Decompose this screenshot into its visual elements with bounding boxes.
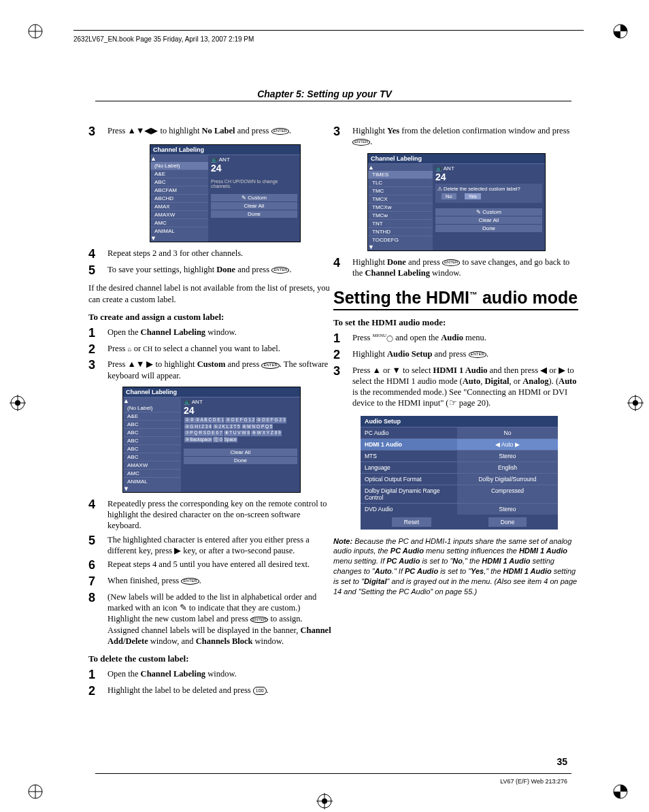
up-arrow-icon: ▲ xyxy=(123,397,129,404)
create-step-5: 5The highlighted character is entered af… xyxy=(88,534,333,557)
menu-item[interactable]: TMCXw xyxy=(368,203,433,211)
audio-setup-menu: Audio Setup PC AudioNoHDMI 1 Audio◀ Auto… xyxy=(361,416,558,530)
hdmi-step-2: 2Highlight Audio Setup and press ENTER. xyxy=(333,348,578,362)
paragraph: If the desired channel label is not avai… xyxy=(88,282,333,305)
subheading: To set the HDMI audio mode: xyxy=(333,317,578,328)
menu-item[interactable]: ABC xyxy=(123,444,181,453)
regmark-mr xyxy=(627,395,644,411)
create-step-1: 1Open the Channel Labeling window. xyxy=(88,327,333,340)
menu-list: ▲ (No Label)A&EABCABCFAMABCHDAMAXAMAXWAM… xyxy=(150,155,208,242)
menu-button[interactable]: ✎ Custom xyxy=(435,208,542,216)
create-step-6: 6Repeat steps 4 and 5 until you have ent… xyxy=(88,559,333,572)
menu-button-icon: MENU xyxy=(373,333,387,338)
menu-item[interactable]: A&E xyxy=(123,412,181,420)
svg-point-11 xyxy=(633,400,638,406)
menu-item[interactable]: ANIMAL xyxy=(123,477,181,485)
menu-item[interactable]: AMC xyxy=(150,218,208,227)
dash-button-icon: 100 xyxy=(253,687,267,694)
audio-button[interactable]: Reset xyxy=(392,517,431,527)
menu-button[interactable]: Clear All xyxy=(211,202,297,210)
menu-item[interactable]: TMCX xyxy=(368,195,433,203)
right-step-3: 3Highlight Yes from the deletion confirm… xyxy=(333,125,578,148)
audio-button[interactable]: Done xyxy=(488,517,527,527)
down-arrow-icon: ▼ xyxy=(150,235,156,242)
menu-item[interactable]: (No Label) xyxy=(123,404,181,412)
menu-item[interactable]: ABCFAM xyxy=(150,186,208,194)
menu-item[interactable]: AMAXW xyxy=(150,210,208,218)
menu-channel-labeling-2: Channel Labeling ▲ (No Label)A&EABCABCAB… xyxy=(122,387,301,493)
ch-icon: CH xyxy=(143,344,152,353)
menu-button[interactable]: Done xyxy=(435,225,542,232)
svg-point-19 xyxy=(322,798,327,804)
section-heading: Setting the HDMI™ audio mode xyxy=(333,288,578,308)
menu-item[interactable]: A&E xyxy=(150,169,208,178)
antenna-icon: 📺 xyxy=(184,399,190,405)
menu-item[interactable]: TLC xyxy=(368,178,433,186)
menu-button[interactable]: Clear All xyxy=(184,449,297,456)
menu-item[interactable]: ABC xyxy=(123,428,181,436)
menu-item[interactable]: TOCDEFG xyxy=(368,236,433,244)
hdmi-step-1: 1Press MENU◯ and open the Audio menu. xyxy=(333,332,578,346)
create-step-3: 3Press ▲▼ ▶ to highlight Custom and pres… xyxy=(88,359,333,381)
menu-item[interactable]: TMCw xyxy=(368,211,433,219)
audio-row[interactable]: Optical Output FormatDolby Digital/Surro… xyxy=(361,473,558,485)
create-step-2: 2Press ⌂ or CH to select a channel you w… xyxy=(88,343,333,357)
step-5: 5To save your settings, highlight Done a… xyxy=(88,264,333,278)
menu-item[interactable]: AMC xyxy=(123,469,181,477)
enter-icon: ENTER xyxy=(250,617,268,623)
page-number: 35 xyxy=(556,756,567,767)
menu-button[interactable]: Done xyxy=(184,457,297,464)
down-arrow-icon: ▼ xyxy=(123,485,129,492)
menu-item[interactable]: AMAXW xyxy=(123,461,181,469)
enter-icon: ENTER xyxy=(271,128,289,135)
menu-channel-labeling-3: Channel Labeling ▲ TIMESTLCTMCTMCXTMCXwT… xyxy=(367,153,546,251)
menu-item[interactable]: (No Label) xyxy=(150,162,208,169)
step-3: 3 Press ▲▼◀▶ to highlight No Label and p… xyxy=(88,125,333,139)
menu-button[interactable]: Done xyxy=(211,210,297,218)
menu-item[interactable]: TIMES xyxy=(368,171,433,178)
step-4: 4Repeat steps 2 and 3 for other channels… xyxy=(88,248,333,261)
menu-item[interactable]: AMAX xyxy=(150,202,208,210)
section-rule xyxy=(333,309,578,310)
no-button[interactable]: No xyxy=(442,193,456,199)
footer-rule xyxy=(95,773,571,774)
menu-item[interactable]: TNTHD xyxy=(368,227,433,236)
right-step-4: 4Highlight Done and press ENTER to save … xyxy=(333,257,578,279)
menu-item[interactable]: ABC xyxy=(123,453,181,461)
audio-row[interactable]: MTSStereo xyxy=(361,450,558,461)
menu-button[interactable]: Clear All xyxy=(435,216,542,224)
delete-step-2: 2Highlight the label to be deleted and p… xyxy=(88,685,333,698)
enter-icon: ENTER xyxy=(469,351,486,358)
footer-text: LV67 (E/F) Web 213:276 xyxy=(500,778,567,785)
audio-row[interactable]: Dolby Digital Dynamic Range ControlCompr… xyxy=(361,485,558,503)
menu-item[interactable]: TNT xyxy=(368,219,433,227)
menu-item[interactable]: ABCHD xyxy=(150,194,208,202)
yes-button[interactable]: Yes xyxy=(465,193,481,199)
pencil-icon: ✎ xyxy=(180,603,187,613)
audio-row[interactable]: DVD AudioStereo xyxy=(361,503,558,515)
menu-item[interactable]: ABC xyxy=(123,420,181,428)
confirm-dialog: ⚠ Delete the selected custom label? NoYe… xyxy=(435,184,542,203)
audio-row[interactable]: LanguageEnglish xyxy=(361,461,558,473)
note: Note: Because the PC and HDMI-1 inputs s… xyxy=(333,536,578,597)
enter-icon: ENTER xyxy=(271,267,289,274)
menu-item[interactable]: ABC xyxy=(123,436,181,444)
chapter-rule xyxy=(95,101,571,101)
create-step-8: 8(New labels will be added to the list i… xyxy=(88,591,333,647)
menu-button[interactable]: ✎ Custom xyxy=(211,194,297,201)
menu-item[interactable]: ABC xyxy=(150,178,208,186)
up-arrow-icon: ▲ xyxy=(368,164,374,171)
step-num: 3 xyxy=(88,125,107,139)
left-column: 3 Press ▲▼◀▶ to highlight No Label and p… xyxy=(88,123,333,701)
audio-row[interactable]: PC AudioNo xyxy=(361,427,558,438)
menu-item[interactable]: TMC xyxy=(368,186,433,195)
regmark-bm xyxy=(316,793,333,809)
regmark-bl xyxy=(27,783,44,800)
menu-item[interactable]: ANIMAL xyxy=(150,227,208,235)
right-column: 3Highlight Yes from the deletion confirm… xyxy=(333,123,578,597)
audio-row[interactable]: HDMI 1 Audio◀ Auto ▶ xyxy=(361,438,558,450)
up-arrow-icon: ▲ xyxy=(150,155,156,162)
regmark-tr xyxy=(612,23,629,39)
step-body: Press ▲▼◀▶ to highlight No Label and pre… xyxy=(107,125,333,136)
hdmi-step-3: 3Press ▲ or ▼ to select HDMI 1 Audio and… xyxy=(333,365,578,409)
